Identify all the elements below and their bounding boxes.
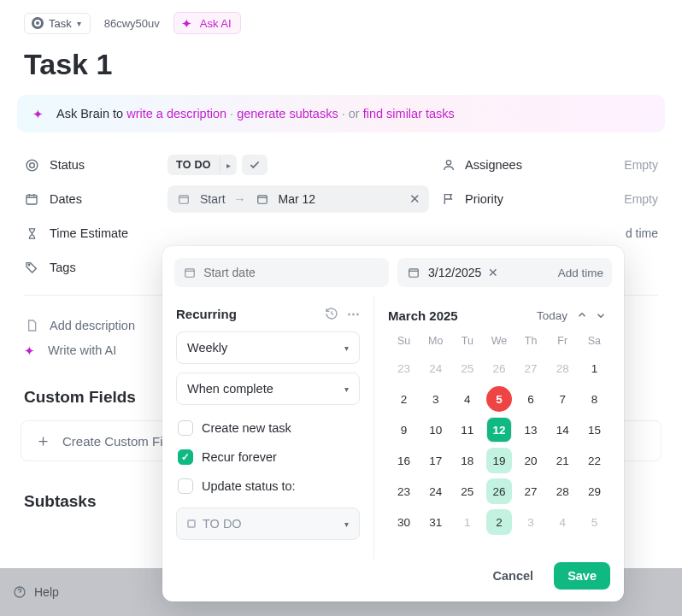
calendar-day[interactable]: 7 (550, 386, 575, 412)
trigger-select[interactable]: When complete ▾ (176, 373, 360, 405)
calendar-day[interactable]: 2 (486, 509, 512, 535)
calendar-day[interactable]: 23 (391, 478, 417, 504)
person-icon (441, 157, 456, 173)
calendar-day[interactable]: 26 (486, 478, 512, 504)
update-status-checkbox[interactable]: Update status to: (176, 472, 360, 501)
task-type-dropdown[interactable]: Task ▾ (24, 13, 91, 34)
hourglass-icon (24, 226, 39, 241)
plus-icon (35, 433, 50, 449)
brain-write-link[interactable]: write a description (126, 107, 226, 120)
calendar-day[interactable]: 5 (581, 509, 607, 535)
calendar-day[interactable]: 1 (455, 509, 480, 535)
clear-date-button[interactable]: ✕ (409, 191, 420, 207)
calendar-dow: We (483, 331, 514, 350)
due-value: Mar 12 (279, 192, 316, 206)
dates-chip[interactable]: Start → Mar 12 ✕ (168, 185, 429, 213)
dates-row: Dates Start → Mar 12 ✕ Priority (24, 182, 658, 216)
dates-label: Dates (50, 192, 82, 206)
due-date-input[interactable]: 3/12/2025 ✕ Add time (397, 258, 612, 287)
complete-button[interactable] (242, 155, 268, 175)
calendar-day[interactable]: 20 (518, 448, 544, 473)
calendar-day[interactable]: 24 (423, 355, 449, 381)
calendar-day[interactable]: 25 (455, 478, 480, 504)
calendar-day[interactable]: 26 (486, 355, 512, 381)
calendar-day[interactable]: 23 (391, 355, 417, 381)
status-next-icon[interactable]: ▸ (220, 156, 237, 174)
calendar-day[interactable]: 13 (518, 417, 544, 443)
calendar-day[interactable]: 25 (455, 355, 480, 381)
due-date-value: 3/12/2025 (428, 266, 481, 279)
create-new-task-checkbox[interactable]: Create new task (176, 414, 360, 443)
calendar-day[interactable]: 9 (391, 417, 417, 443)
chevron-down-icon: ▾ (344, 343, 349, 353)
calendar-day[interactable]: 16 (391, 448, 417, 473)
status-label: Status (50, 158, 85, 172)
calendar-day[interactable]: 4 (550, 509, 575, 535)
calendar-day[interactable]: 18 (455, 448, 480, 473)
brain-similar-link[interactable]: find similar tasks (363, 107, 455, 120)
popover-inputs: 3/12/2025 ✕ Add time (162, 246, 624, 296)
calendar-dow: Su (388, 331, 420, 350)
calendar-icon (406, 265, 421, 280)
tag-icon (24, 260, 39, 275)
ask-ai-label: Ask AI (200, 17, 232, 30)
calendar-day[interactable]: 30 (391, 509, 417, 535)
frequency-select[interactable]: Weekly ▾ (176, 331, 360, 364)
calendar-day[interactable]: 5 (486, 386, 512, 412)
clear-due-button[interactable]: ✕ (488, 266, 498, 279)
calendar-day[interactable]: 28 (550, 355, 575, 381)
calendar-day[interactable]: 12 (486, 417, 512, 443)
next-month-button[interactable] (591, 308, 610, 323)
calendar-day[interactable]: 24 (423, 478, 449, 504)
calendar-day[interactable]: 15 (581, 417, 607, 443)
calendar-day[interactable]: 19 (486, 448, 512, 473)
start-date-input[interactable] (174, 258, 389, 287)
svg-rect-3 (26, 195, 37, 204)
calendar-day[interactable]: 2 (391, 386, 417, 412)
calendar-day[interactable]: 3 (518, 509, 544, 535)
cancel-button[interactable]: Cancel (485, 562, 543, 590)
update-status-select[interactable]: TO DO ▾ (176, 507, 360, 540)
help-button[interactable]: Help (12, 584, 59, 600)
calendar-day[interactable]: 22 (581, 448, 607, 473)
page-title[interactable]: Task 1 (0, 34, 682, 95)
time-estimate-row: Time Estimate d time (24, 216, 658, 250)
calendar-day[interactable]: 1 (581, 355, 607, 381)
calendar-day[interactable]: 14 (550, 417, 575, 443)
calendar-day[interactable]: 31 (423, 509, 449, 535)
calendar-day[interactable]: 10 (423, 417, 449, 443)
start-date-field[interactable] (203, 266, 380, 279)
calendar-day[interactable]: 17 (423, 448, 449, 473)
recur-forever-checkbox[interactable]: Recur forever (176, 443, 360, 472)
calendar-dow: Tu (451, 331, 483, 350)
calendar-day[interactable]: 6 (518, 386, 544, 412)
calendar-day[interactable]: 11 (455, 417, 480, 443)
calendar-day[interactable]: 28 (550, 478, 575, 504)
calendar-day[interactable]: 3 (423, 386, 449, 412)
save-button[interactable]: Save (554, 562, 610, 590)
ask-ai-button[interactable]: Ask AI (173, 12, 241, 34)
calendar-day[interactable]: 4 (455, 386, 480, 412)
prev-month-button[interactable] (573, 308, 591, 323)
history-icon[interactable] (325, 307, 338, 320)
priority-empty[interactable]: Empty (624, 192, 658, 206)
calendar-day[interactable]: 21 (550, 448, 575, 473)
calendar-day[interactable]: 8 (581, 386, 607, 412)
today-button[interactable]: Today (537, 309, 567, 322)
calendar-dow: Th (515, 331, 547, 350)
add-time-button[interactable]: Add time (558, 267, 603, 279)
brain-subtasks-link[interactable]: generate subtasks (237, 107, 338, 120)
assignees-empty[interactable]: Empty (624, 158, 658, 172)
recurring-panel: Recurring ⋯ Weekly ▾ When complete ▾ Cre… (162, 296, 374, 559)
calendar-day[interactable]: 27 (518, 478, 544, 504)
more-icon[interactable]: ⋯ (347, 306, 360, 321)
create-custom-field-label: Create Custom Fie (62, 434, 170, 449)
svg-rect-5 (257, 196, 267, 203)
status-square-icon (187, 519, 196, 528)
status-chip[interactable]: TO DO ▸ (168, 155, 237, 175)
calendar-day[interactable]: 27 (518, 355, 544, 381)
calendar-day[interactable]: 29 (581, 478, 607, 504)
svg-rect-4 (179, 196, 189, 203)
document-icon (24, 318, 39, 333)
date-recurring-popover: 3/12/2025 ✕ Add time Recurring ⋯ Weekly … (162, 246, 624, 601)
